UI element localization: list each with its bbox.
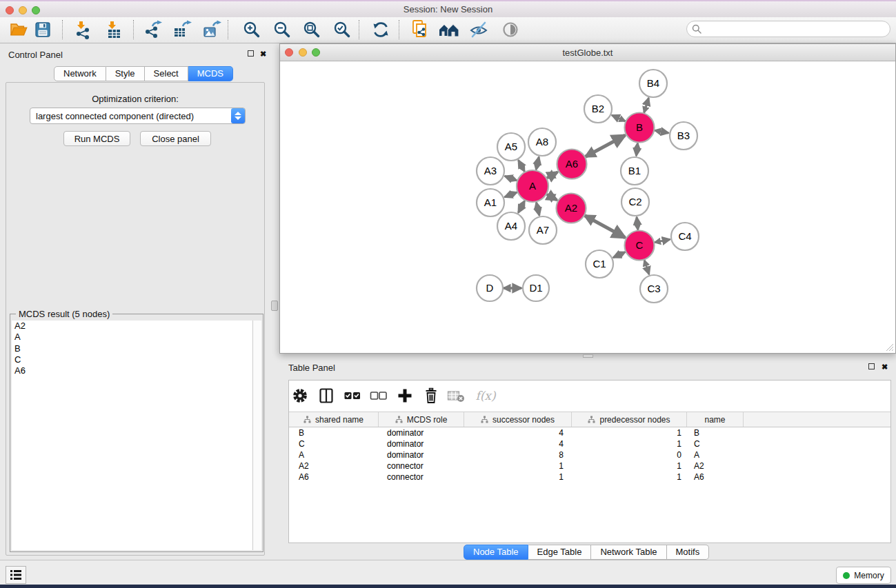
run-mcds-button[interactable]: Run MCDS xyxy=(63,131,130,146)
memory-button[interactable]: Memory xyxy=(836,567,891,584)
graph-edge-A-A3[interactable] xyxy=(505,176,517,180)
zoom-window-button[interactable] xyxy=(32,6,40,14)
tab-edge-table[interactable]: Edge Table xyxy=(528,545,592,560)
graph-edge-A-A4[interactable] xyxy=(518,201,524,212)
column-header-predecessor-nodes[interactable]: predecessor nodes xyxy=(572,412,687,427)
show-graphics-details-icon[interactable] xyxy=(499,18,522,41)
float-panel-icon[interactable] xyxy=(868,363,875,369)
close-panel-icon[interactable]: ✖ xyxy=(260,50,266,57)
graph-edge-A6-B[interactable] xyxy=(586,135,626,156)
mcds-result-item[interactable]: B xyxy=(12,343,254,354)
tab-style[interactable]: Style xyxy=(106,66,145,81)
tab-mcds[interactable]: MCDS xyxy=(188,66,233,81)
graph-edge-A-A6[interactable] xyxy=(547,172,558,179)
show-all-panels-icon[interactable] xyxy=(437,18,461,41)
zoom-fit-icon[interactable] xyxy=(300,18,323,41)
add-column-icon[interactable] xyxy=(396,387,414,405)
save-session-icon[interactable] xyxy=(31,18,54,41)
desktop-edge-bottom xyxy=(0,585,896,588)
import-table-icon[interactable] xyxy=(102,18,126,41)
open-file-icon[interactable] xyxy=(7,18,30,41)
table-row[interactable]: A6 connector 1 1 A6 xyxy=(289,472,890,483)
graph-edge-A-A2[interactable] xyxy=(547,194,557,200)
graph-edge-B-B2[interactable] xyxy=(612,115,625,121)
search-input[interactable] xyxy=(705,24,890,34)
table-row[interactable]: B dominator 4 1 B xyxy=(289,427,890,438)
table-row[interactable]: C dominator 4 1 C xyxy=(289,438,890,449)
graph-edge-A-A1[interactable] xyxy=(504,192,517,197)
deselect-all-icon[interactable] xyxy=(370,387,388,405)
float-panel-icon[interactable] xyxy=(248,50,254,57)
graph-node-label-A2: A2 xyxy=(565,202,577,214)
zoom-in-icon[interactable] xyxy=(240,18,263,41)
graph-edge-A-A7[interactable] xyxy=(536,202,539,215)
table-row[interactable]: A dominator 8 0 A xyxy=(289,449,890,460)
graph-node-label-C3: C3 xyxy=(647,283,660,294)
graph-edge-C-C2[interactable] xyxy=(637,217,638,230)
network-close-button[interactable] xyxy=(285,48,293,57)
mcds-result-item[interactable]: A2 xyxy=(12,321,254,332)
graph-edge-C-C3[interactable] xyxy=(644,260,649,274)
export-image-icon[interactable] xyxy=(200,18,223,41)
delete-table-icon[interactable] xyxy=(447,387,465,405)
tab-network-table[interactable]: Network Table xyxy=(591,545,666,560)
column-settings-icon[interactable] xyxy=(291,387,309,405)
graph-edge-A-A5[interactable] xyxy=(519,160,525,172)
main-titlebar[interactable]: Session: New Session xyxy=(0,1,896,17)
zoom-out-icon[interactable] xyxy=(270,18,294,41)
close-panel-icon[interactable]: ✖ xyxy=(882,363,888,370)
column-header-shared-name[interactable]: shared name xyxy=(289,412,379,427)
function-builder-icon[interactable]: f(x) xyxy=(473,387,498,405)
table-row[interactable]: A2 connector 1 1 A2 xyxy=(289,460,890,472)
graph-node-label-B1: B1 xyxy=(628,165,641,176)
graph-node-label-B2: B2 xyxy=(592,103,604,114)
tab-motifs[interactable]: Motifs xyxy=(667,545,710,560)
control-panel-header: Control Panel ✖ xyxy=(0,43,270,64)
search-field[interactable] xyxy=(686,21,890,37)
duplicate-network-icon[interactable] xyxy=(408,18,432,41)
graph-edge-B-B4[interactable] xyxy=(644,98,649,113)
node-table-container: f(x) shared name MCDS xyxy=(288,380,891,543)
network-window-titlebar[interactable]: testGlobe.txt xyxy=(280,44,895,61)
column-header-mcds-role[interactable]: MCDS role xyxy=(379,412,464,427)
network-canvas[interactable]: B4B2BB3A5A8A6A3AB1A1C2A2A4A7CC4C1C3DD1 xyxy=(280,61,895,353)
minimize-window-button[interactable] xyxy=(19,6,27,14)
zoom-selected-icon[interactable] xyxy=(330,18,354,41)
column-header-name[interactable]: name xyxy=(687,412,744,427)
apply-layout-icon[interactable] xyxy=(369,18,392,41)
hide-graphics-details-icon[interactable] xyxy=(467,18,490,41)
close-panel-button[interactable]: Close panel xyxy=(140,131,211,146)
network-minimize-button[interactable] xyxy=(299,48,307,57)
panel-mode-icon[interactable] xyxy=(317,387,335,405)
vertical-splitter-handle[interactable] xyxy=(271,301,278,311)
network-zoom-button[interactable] xyxy=(312,48,320,57)
mcds-result-item[interactable]: A xyxy=(12,332,254,343)
mcds-result-item[interactable]: A6 xyxy=(12,365,254,376)
export-table-icon[interactable] xyxy=(170,18,194,41)
mcds-result-scrollbar[interactable] xyxy=(252,321,261,550)
delete-column-icon[interactable] xyxy=(422,387,440,405)
graph-edge-A2-C[interactable] xyxy=(585,216,626,238)
tab-node-table[interactable]: Node Table xyxy=(464,545,528,560)
application-window: Session: New Session xyxy=(0,0,896,588)
control-panel-title: Control Panel xyxy=(8,50,63,60)
select-all-icon[interactable] xyxy=(344,387,361,405)
graph-node-label-A7: A7 xyxy=(537,224,549,236)
graph-edge-B-B3[interactable] xyxy=(655,130,668,133)
close-window-button[interactable] xyxy=(6,6,14,14)
mcds-result-item[interactable]: C xyxy=(12,354,254,365)
graph-edge-C-C4[interactable] xyxy=(655,239,670,242)
network-graph: B4B2BB3A5A8A6A3AB1A1C2A2A4A7CC4C1C3DD1 xyxy=(280,61,895,353)
resize-grip-icon[interactable] xyxy=(885,343,894,352)
graph-edge-C-C1[interactable] xyxy=(613,252,626,257)
tab-select[interactable]: Select xyxy=(145,66,188,81)
mcds-result-list: A2 A B C A6 xyxy=(12,321,254,550)
tab-network[interactable]: Network xyxy=(54,66,106,81)
criterion-dropdown[interactable]: largest connected component (directed) xyxy=(30,108,246,124)
graph-edge-A-A8[interactable] xyxy=(536,156,539,170)
import-network-icon[interactable] xyxy=(71,18,94,41)
graph-edge-B-B1[interactable] xyxy=(636,143,637,156)
task-history-button[interactable] xyxy=(6,566,26,584)
export-network-icon[interactable] xyxy=(141,18,165,41)
column-header-successor-nodes[interactable]: successor nodes xyxy=(464,412,572,427)
